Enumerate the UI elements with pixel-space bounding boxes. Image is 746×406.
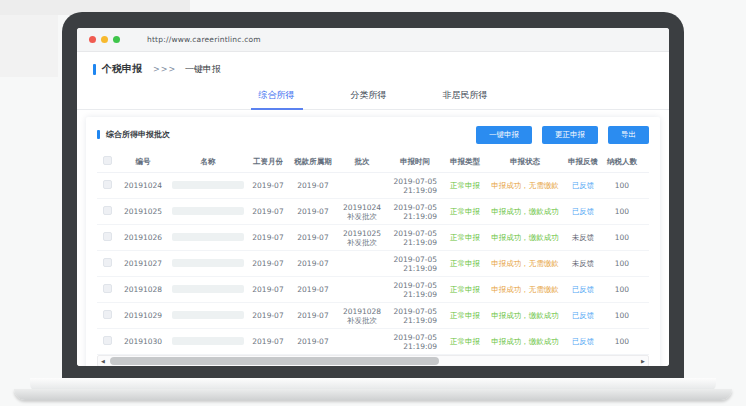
declare-date: 2019-07-05: [387, 333, 437, 342]
batch-id: 20191028: [337, 307, 387, 316]
scroll-left-icon[interactable]: ◀: [98, 359, 108, 364]
declare-type-text: 正常申报: [450, 285, 480, 294]
batch-label: 补发批次: [337, 212, 387, 221]
select-all-checkbox[interactable]: [103, 156, 112, 165]
cell-declare-status: 申报成功，无需缴款: [487, 173, 563, 199]
cell-declare-time: 2019-07-05 21:19:09: [387, 329, 443, 355]
cell-declare-time: 2019-07-05 21:19:09: [387, 303, 443, 329]
cell-batch: [337, 173, 387, 199]
declare-clock: 21:19:09: [387, 290, 437, 299]
cell-name: [169, 251, 247, 277]
redacted-name: [172, 311, 244, 319]
tab-classified-income[interactable]: 分类所得: [343, 86, 395, 109]
cell-truncated: 11: [641, 329, 649, 355]
cell-id: 20191024: [117, 173, 169, 199]
cell-id: 20191025: [117, 199, 169, 225]
cell-salary-month: 2019-07: [247, 303, 289, 329]
redacted-name: [172, 233, 244, 241]
cell-taxpayer-count: 100: [603, 173, 641, 199]
cell-salary-month: 2019-07: [247, 251, 289, 277]
cell-taxpayer-count: 100: [603, 199, 641, 225]
scrollbar-thumb[interactable]: [110, 357, 439, 365]
cell-taxpayer-count: 100: [603, 251, 641, 277]
batch-id: 20191024: [337, 203, 387, 212]
cell-tax-period: 2019-07: [289, 251, 337, 277]
declare-status-text: 申报成功，无需缴款: [491, 259, 559, 268]
header-id: 编号: [117, 152, 169, 173]
cell-name: [169, 225, 247, 251]
table-row: 20191029 2019-07 2019-07 20191028 补发批次: [97, 303, 649, 329]
cell-declare-time: 2019-07-05 21:19:09: [387, 225, 443, 251]
window-maximize-icon: [113, 36, 120, 43]
cell-id: 20191027: [117, 251, 169, 277]
header-truncated: [641, 152, 649, 173]
declare-status-text: 申报成功，无需缴款: [491, 285, 559, 294]
cell-declare-feedback: 已反馈: [563, 173, 603, 199]
url-bar[interactable]: http://www.careerintlinc.com: [147, 35, 261, 44]
export-button[interactable]: 导出: [608, 126, 649, 144]
table-row: 20191027 2019-07 2019-07 2: [97, 251, 649, 277]
declare-type-text: 正常申报: [450, 181, 480, 190]
cell-truncated: 11: [641, 199, 649, 225]
cell-batch: 20191028 补发批次: [337, 303, 387, 329]
cell-declare-status: 申报成功，缴款成功: [487, 329, 563, 355]
cell-declare-feedback: 未反馈: [563, 225, 603, 251]
redacted-name: [172, 259, 244, 267]
cell-declare-status: 申报成功，无需缴款: [487, 277, 563, 303]
header-batch: 批次: [337, 152, 387, 173]
cell-select: [97, 329, 117, 355]
batch-id: 20191025: [337, 229, 387, 238]
page-header: 个税申报 >>> 一键申报: [77, 52, 669, 80]
panel-actions: 一键申报 更正申报 导出: [476, 126, 649, 144]
cell-declare-feedback: 已反馈: [563, 199, 603, 225]
row-checkbox[interactable]: [103, 258, 112, 267]
table-row: 20191026 2019-07 2019-07 20191025 补发批次: [97, 225, 649, 251]
batch-table: 编号 名称 工资月份 税款所属期 批次 申报时间 申报类型 申报状态 申报反馈 …: [97, 152, 649, 356]
declare-clock: 21:19:09: [387, 316, 437, 325]
row-checkbox[interactable]: [103, 180, 112, 189]
cell-truncated: 11: [641, 225, 649, 251]
tab-nonresident-income[interactable]: 非居民所得: [435, 86, 496, 109]
one-click-declare-button[interactable]: 一键申报: [476, 126, 532, 144]
cell-id: 20191030: [117, 329, 169, 355]
batch-label: 补发批次: [337, 316, 387, 325]
declare-feedback-text: 已反馈: [572, 181, 595, 190]
cell-truncated: 11: [641, 277, 649, 303]
tab-comprehensive-income[interactable]: 综合所得: [251, 86, 303, 110]
cell-declare-type: 正常申报: [443, 251, 487, 277]
panel-header: 综合所得申报批次 一键申报 更正申报 导出: [97, 126, 649, 144]
cell-salary-month: 2019-07: [247, 173, 289, 199]
cell-select: [97, 173, 117, 199]
cell-truncated: 11: [641, 173, 649, 199]
row-checkbox[interactable]: [103, 206, 112, 215]
table-row: 20191030 2019-07 2019-07 2: [97, 329, 649, 355]
cell-declare-type: 正常申报: [443, 303, 487, 329]
row-checkbox[interactable]: [103, 336, 112, 345]
declare-type-text: 正常申报: [450, 259, 480, 268]
cell-taxpayer-count: 100: [603, 277, 641, 303]
redacted-name: [172, 337, 244, 345]
cell-salary-month: 2019-07: [247, 277, 289, 303]
cell-select: [97, 199, 117, 225]
declare-feedback-text: 已反馈: [572, 285, 595, 294]
scrollbar-track[interactable]: [108, 356, 638, 366]
row-checkbox[interactable]: [103, 232, 112, 241]
declare-feedback-text: 未反馈: [572, 259, 595, 268]
cell-declare-time: 2019-07-05 21:19:09: [387, 173, 443, 199]
cell-tax-period: 2019-07: [289, 303, 337, 329]
declare-feedback-text: 已反馈: [572, 337, 595, 346]
laptop-frame: http://www.careerintlinc.com 个税申报 >>> 一键…: [62, 12, 684, 378]
row-checkbox[interactable]: [103, 284, 112, 293]
declare-feedback-text: 已反馈: [572, 311, 595, 320]
correct-declare-button[interactable]: 更正申报: [542, 126, 598, 144]
header-tax-period: 税款所属期: [289, 152, 337, 173]
laptop-screen: http://www.careerintlinc.com 个税申报 >>> 一键…: [77, 28, 669, 366]
declare-clock: 21:19:09: [387, 212, 437, 221]
cell-declare-status: 申报成功，缴款成功: [487, 225, 563, 251]
row-checkbox[interactable]: [103, 310, 112, 319]
cell-declare-feedback: 未反馈: [563, 251, 603, 277]
declare-date: 2019-07-05: [387, 255, 437, 264]
cell-batch: 20191024 补发批次: [337, 199, 387, 225]
scroll-right-icon[interactable]: ▶: [638, 359, 648, 364]
cell-truncated: 11: [641, 251, 649, 277]
